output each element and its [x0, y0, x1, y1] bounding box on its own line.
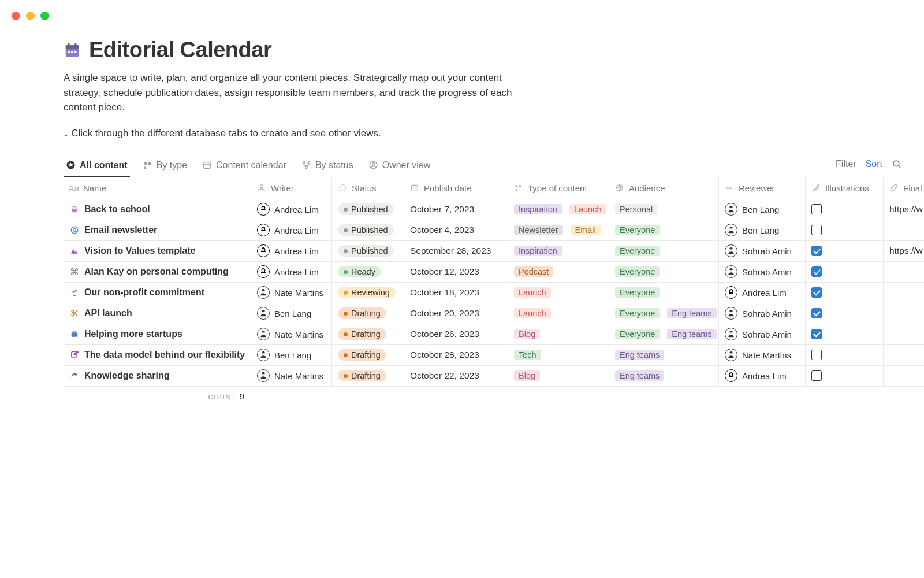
svg-rect-23: [412, 185, 418, 191]
svg-marker-11: [144, 166, 146, 169]
avatar: [257, 286, 270, 299]
tab-by-status[interactable]: By status: [299, 157, 356, 177]
illustrations-checkbox[interactable]: [811, 225, 822, 235]
maximize-dot[interactable]: [40, 12, 49, 20]
table-row[interactable]: Email newsletterAndrea LimPublishedOctob…: [64, 220, 924, 241]
row-name: Email newsletter: [84, 225, 157, 235]
illustrations-checkbox[interactable]: [811, 350, 822, 360]
svg-point-29: [727, 187, 729, 189]
publish-date: October 26, 2023: [410, 329, 479, 339]
illustrations-checkbox[interactable]: [811, 287, 822, 298]
col-publish-date[interactable]: Publish date: [404, 177, 508, 199]
avatar: [725, 349, 737, 361]
illustrations-checkbox[interactable]: [811, 204, 822, 214]
final-link[interactable]: https://w: [889, 246, 923, 256]
illustrations-checkbox[interactable]: [811, 266, 822, 277]
publish-date: October 20, 2023: [410, 308, 479, 318]
col-final[interactable]: Final: [884, 177, 924, 199]
tab-all-content[interactable]: All content: [64, 157, 130, 177]
publish-date: September 28, 2023: [410, 246, 491, 256]
table-row[interactable]: API launchBen LangDraftingOctober 20, 20…: [64, 303, 924, 324]
table-row[interactable]: Helping more startupsNate MartinsDraftin…: [64, 324, 924, 345]
at-icon: [69, 225, 80, 235]
svg-point-32: [818, 185, 819, 187]
svg-rect-45: [73, 295, 76, 296]
tab-content-calendar[interactable]: Content calendar: [200, 157, 289, 177]
share-icon: [69, 370, 80, 381]
svg-rect-10: [148, 162, 151, 165]
svg-marker-27: [515, 188, 517, 191]
svg-rect-6: [74, 51, 77, 53]
svg-point-16: [305, 166, 308, 169]
illustrations-checkbox[interactable]: [811, 329, 822, 339]
reviewer: Nate Martins: [725, 349, 791, 361]
tab-by-type[interactable]: By type: [140, 157, 189, 177]
table-row[interactable]: Back to schoolAndrea LimPublishedOctober…: [64, 199, 924, 220]
svg-point-25: [516, 185, 518, 187]
publish-date: October 28, 2023: [410, 350, 479, 360]
illustrations-checkbox[interactable]: [811, 246, 822, 256]
search-button[interactable]: [892, 159, 902, 169]
audience-tag: Everyone: [615, 329, 660, 339]
row-name: Helping more startups: [84, 329, 182, 339]
type-tag: Inspiration: [514, 204, 562, 214]
table-row[interactable]: Knowledge sharingNate MartinsDraftingOct…: [64, 366, 924, 387]
close-dot[interactable]: [12, 12, 20, 20]
row-name: API launch: [84, 308, 132, 318]
status-pill: Published: [338, 245, 394, 257]
status-pill: Ready: [338, 266, 381, 277]
edit-square-icon: [69, 350, 80, 360]
reviewer: Sohrab Amin: [725, 307, 792, 320]
writer: Andrea Lim: [257, 224, 319, 236]
type-tag: Podcast: [514, 266, 553, 277]
status-pill: Drafting: [338, 349, 386, 361]
audience-tag: Eng teams: [667, 308, 716, 318]
person-circle-icon: [368, 160, 378, 170]
svg-rect-4: [68, 51, 70, 53]
row-name: The data model behind our flexibility: [84, 350, 245, 360]
svg-point-47: [730, 290, 733, 293]
avatar: [725, 224, 737, 236]
table-row[interactable]: Our non-profit commitmentNate MartinsRev…: [64, 283, 924, 303]
svg-point-18: [372, 163, 374, 165]
row-name: Our non-profit commitment: [84, 287, 204, 298]
col-status[interactable]: Status: [332, 177, 404, 199]
audience-tag: Everyone: [615, 308, 660, 318]
command-icon: [69, 266, 80, 277]
reviewer: Sohrab Amin: [725, 244, 792, 257]
col-audience[interactable]: Audience: [609, 177, 719, 199]
publish-date: October 7, 2023: [410, 204, 474, 214]
col-illustrations[interactable]: Illustrations: [806, 177, 884, 199]
publish-date: October 22, 2023: [410, 370, 479, 381]
audience-tag: Personal: [615, 204, 657, 214]
svg-point-22: [340, 185, 346, 191]
svg-point-41: [262, 249, 265, 251]
shapes-icon: [143, 160, 152, 170]
writer: Andrea Lim: [257, 244, 319, 257]
star-circle-icon: [66, 160, 76, 170]
writer: Ben Lang: [257, 307, 311, 320]
svg-rect-26: [519, 185, 521, 187]
sort-button[interactable]: Sort: [866, 159, 882, 169]
type-tag: Newsletter: [514, 225, 563, 235]
minimize-dot[interactable]: [26, 12, 35, 20]
col-writer[interactable]: Writer: [251, 177, 332, 199]
table-row[interactable]: Vision to Values templateAndrea LimPubli…: [64, 241, 924, 262]
avatar: [257, 349, 270, 361]
svg-point-14: [303, 161, 305, 164]
table-row[interactable]: The data model behind our flexibilityBen…: [64, 345, 924, 366]
table-row[interactable]: Alan Kay on personal computingAndrea Lim…: [64, 262, 924, 283]
svg-line-20: [898, 165, 900, 168]
type-tag: Blog: [514, 370, 540, 381]
col-name[interactable]: AaName: [64, 177, 251, 199]
illustrations-checkbox[interactable]: [811, 370, 822, 381]
final-link[interactable]: https://w: [889, 204, 923, 214]
writer: Nate Martins: [257, 328, 323, 340]
illustrations-checkbox[interactable]: [811, 308, 822, 318]
filter-button[interactable]: Filter: [836, 159, 856, 169]
type-tag: Launch: [569, 204, 606, 214]
col-type[interactable]: Type of content: [508, 177, 609, 199]
tab-owner-view[interactable]: Owner view: [366, 157, 433, 177]
col-reviewer[interactable]: Reviewer: [719, 177, 806, 199]
count-label: COUNT: [208, 394, 236, 401]
